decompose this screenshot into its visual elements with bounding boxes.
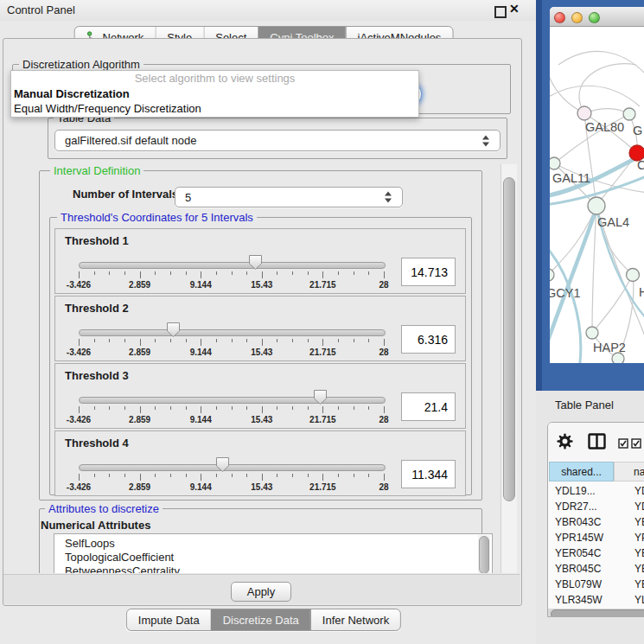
table-row[interactable]: YBL079WYBL0: [549, 577, 644, 592]
thresholds-group-title: Threshold's Coordinates for 5 Intervals: [57, 212, 257, 223]
network-canvas[interactable]: GAL80GCGAL11GAL4GCY1HHAP2: [550, 27, 644, 363]
column-header-name[interactable]: na: [614, 462, 644, 481]
network-node[interactable]: [550, 157, 560, 169]
node-label: GAL4: [597, 215, 629, 229]
threshold-slider-track[interactable]: [79, 262, 386, 269]
threshold-value-field[interactable]: [401, 325, 456, 354]
network-node[interactable]: [588, 197, 605, 214]
attribute-list-item[interactable]: BetweennessCentrality: [54, 564, 492, 573]
tick-label: 2.859: [129, 348, 150, 357]
table-panel-area: Table Panel: [536, 391, 644, 644]
tick-label: 21.715: [309, 280, 336, 290]
threshold-value-field[interactable]: [401, 258, 456, 286]
node-label: GAL80: [585, 120, 624, 134]
table-toolbar: [548, 423, 644, 461]
cell-shared-name: YDR27...: [555, 499, 597, 514]
slider-thumb[interactable]: [313, 389, 328, 405]
tick-label: 21.715: [309, 348, 336, 357]
table-row[interactable]: YLR345WYLR3: [549, 592, 644, 608]
network-node[interactable]: [577, 106, 591, 120]
table-row[interactable]: YDR27...YDR2: [549, 499, 644, 514]
mac-minimize-button[interactable]: [571, 12, 583, 23]
network-node[interactable]: [612, 353, 624, 363]
node-label: C: [637, 158, 644, 172]
control-panel-title: Control Panel: [7, 3, 75, 16]
cell-name: YDR2: [634, 499, 644, 514]
cell-name: YBR0: [634, 514, 644, 530]
interval-definition-group-title: Interval Definition: [50, 165, 143, 176]
tick-label: 28: [379, 482, 388, 492]
network-node[interactable]: [550, 269, 554, 281]
close-icon[interactable]: ✕: [509, 2, 520, 16]
slider-thumb[interactable]: [215, 456, 230, 473]
table-panel-title: Table Panel: [555, 399, 614, 411]
cell-name: YBR0: [634, 561, 644, 577]
cell-name: YPR1: [634, 530, 644, 545]
cyni-bottom-tab-bar: Impute Data Discretize Data Infer Networ…: [126, 609, 401, 631]
application-window: Control Panel ✕ Network Style Select Cyn…: [0, 0, 644, 644]
mac-close-button[interactable]: [554, 12, 565, 23]
slider-thumb[interactable]: [166, 322, 181, 338]
tick-label: 9.144: [190, 415, 212, 424]
algorithm-option-equal-width[interactable]: Equal Width/Frequency Discretization: [11, 101, 418, 116]
threshold-slider-track[interactable]: [79, 397, 386, 404]
cell-shared-name: YDL19...: [555, 483, 596, 499]
panel-divider[interactable]: [536, 0, 542, 391]
cell-shared-name: YLR345W: [555, 592, 603, 608]
number-of-intervals-select[interactable]: 5: [175, 187, 403, 207]
table-row[interactable]: YBR045CYBR0: [549, 561, 644, 577]
table-row[interactable]: YPR145WYPR1: [549, 530, 644, 545]
gear-icon[interactable]: [557, 433, 573, 453]
attribute-list-item[interactable]: TopologicalCoefficient: [54, 551, 492, 564]
network-graph: GAL80GCGAL11GAL4GCY1HHAP2: [550, 27, 644, 363]
tick-label: 9.144: [190, 280, 212, 290]
tab-discretize-data[interactable]: Discretize Data: [211, 609, 310, 630]
float-window-icon[interactable]: [494, 6, 507, 18]
control-panel-titlebar: Control Panel ✕: [0, 0, 536, 21]
node-label: H: [639, 285, 644, 299]
tab-label: Infer Network: [322, 614, 389, 627]
cell-shared-name: YPR145W: [555, 530, 603, 545]
table-row[interactable]: YBR043CYBR0: [549, 514, 644, 530]
table-row[interactable]: YER054CYER0: [549, 545, 644, 561]
tick-label: 28: [379, 280, 388, 290]
settings-vertical-scrollbar[interactable]: [501, 164, 517, 573]
threshold-value-field[interactable]: [401, 460, 456, 488]
table-horizontal-scrollbar[interactable]: [548, 609, 644, 617]
combo-stepper-icon: [482, 135, 490, 146]
checked-box-icon[interactable]: [618, 437, 628, 452]
network-node[interactable]: [627, 269, 640, 282]
table-rows: YDL19...YDL1YDR27...YDR2YBR043CYBR0YPR14…: [549, 483, 644, 617]
slider-thumb[interactable]: [248, 254, 263, 271]
apply-button[interactable]: Apply: [231, 582, 291, 602]
threshold-label: Threshold 1: [65, 234, 129, 247]
algorithm-option-manual[interactable]: Manual Discretization: [11, 86, 418, 101]
checked-box-icon[interactable]: [631, 437, 641, 452]
attribute-list-scrollbar[interactable]: [478, 535, 490, 573]
node-label: GAL11: [552, 171, 590, 185]
mac-zoom-button[interactable]: [589, 12, 600, 23]
threshold-label: Threshold 3: [65, 369, 129, 382]
tab-infer-network[interactable]: Infer Network: [310, 609, 400, 630]
table-row[interactable]: YDL19...YDL1: [549, 483, 644, 499]
cell-shared-name: YBL079W: [555, 577, 602, 592]
threshold-slider-track[interactable]: [79, 464, 386, 471]
split-view-icon[interactable]: [588, 433, 606, 453]
table-data-select[interactable]: galFiltered.sif default node: [54, 130, 501, 151]
threshold-slider-track[interactable]: [79, 329, 386, 336]
network-node[interactable]: [623, 108, 635, 120]
tick-label: 21.715: [309, 415, 336, 424]
tab-label: Impute Data: [138, 614, 200, 627]
tick-label: 2.859: [129, 415, 150, 424]
column-header-shared-name[interactable]: shared...: [549, 462, 614, 481]
attribute-list-item[interactable]: SelfLoops: [54, 537, 492, 551]
tab-impute-data[interactable]: Impute Data: [127, 609, 211, 630]
network-node[interactable]: [586, 327, 598, 339]
tick-label: 28: [379, 415, 388, 424]
network-view-window: GAL80GCGAL11GAL4GCY1HHAP2: [550, 7, 644, 363]
cell-shared-name: YBR043C: [555, 514, 601, 530]
threshold-value-field[interactable]: [401, 392, 456, 421]
tick-label: 15.43: [251, 280, 272, 290]
numerical-attributes-list[interactable]: SelfLoopsTopologicalCoefficientBetweenne…: [54, 533, 493, 573]
algorithm-dropdown-popup: Select algorithm to view settings Manual…: [10, 70, 419, 118]
